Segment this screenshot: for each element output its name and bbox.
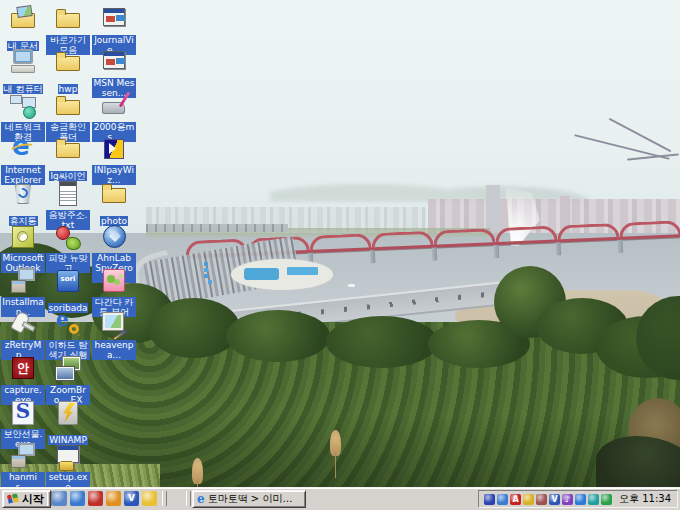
internet-explorer-icon: e xyxy=(197,493,205,505)
search-icon[interactable] xyxy=(106,491,121,506)
screen: 내 문서바로가기모음JournalVie...내 컴퓨터hwpMSN Messe… xyxy=(0,0,680,510)
desktop[interactable]: 내 문서바로가기모음JournalVie...내 컴퓨터hwpMSN Messe… xyxy=(0,0,680,488)
recycle-icon xyxy=(8,179,38,209)
desktop-icon-label: hanmir.... xyxy=(1,472,45,488)
glove-icon xyxy=(8,309,38,339)
computer-icon xyxy=(8,47,38,77)
sblue-icon xyxy=(8,398,38,428)
outlook-icon xyxy=(8,222,38,252)
setup-icon xyxy=(53,441,83,471)
ime-indicator-icon[interactable] xyxy=(484,494,495,505)
folder-icon xyxy=(53,47,83,77)
folder-icon xyxy=(53,4,83,34)
device-icon xyxy=(99,91,129,121)
soribada-tray-icon[interactable]: V xyxy=(549,494,560,505)
start-button[interactable]: 시작 xyxy=(2,490,51,508)
game-icon xyxy=(53,222,83,252)
installer-icon xyxy=(8,266,38,296)
show-desktop-icon[interactable] xyxy=(52,491,67,506)
paint-icon xyxy=(99,309,129,339)
taskbar-window-button[interactable]: e 토마토떡 > 이미지방 1... xyxy=(192,490,306,508)
display-settings-icon[interactable] xyxy=(536,494,547,505)
outlook-express-icon[interactable] xyxy=(70,491,85,506)
window-icon xyxy=(99,4,129,34)
network-status-icon[interactable] xyxy=(497,494,508,505)
folder-icon xyxy=(53,134,83,164)
desktop-icon-label: heavenpa... xyxy=(92,340,136,360)
ie-icon xyxy=(8,134,38,164)
ahn-icon xyxy=(8,354,38,384)
desktop-icon[interactable]: lg싸이언 xyxy=(46,134,90,183)
messenger-icon[interactable] xyxy=(142,491,157,506)
volume-icon[interactable] xyxy=(523,494,534,505)
v3-antivirus-icon[interactable]: A xyxy=(510,494,521,505)
desktop-icon[interactable]: 휴지통 xyxy=(1,179,45,228)
soribada-icon xyxy=(53,266,83,296)
ehard-icon xyxy=(53,309,83,339)
windows-flag-icon xyxy=(6,493,19,505)
desktop-icon-grid: 내 문서바로가기모음JournalVie...내 컴퓨터hwpMSN Messe… xyxy=(0,0,680,488)
spyzero-icon xyxy=(99,222,129,252)
network-icon xyxy=(8,91,38,121)
window-icon xyxy=(99,47,129,77)
desktop-icon[interactable]: 내 컴퓨터 xyxy=(1,47,45,96)
messenger-tray-icon[interactable] xyxy=(601,494,612,505)
window-button-label: 토마토떡 > 이미지방 1... xyxy=(208,492,301,506)
tray-icon-group: AV♪ xyxy=(484,494,612,505)
desktop-icon[interactable]: setup.exe xyxy=(46,441,90,488)
taskbar-clock[interactable]: 오후 11:34 xyxy=(619,492,671,506)
quick-launch-bar: V xyxy=(52,491,157,506)
music-icon[interactable]: ♪ xyxy=(562,494,573,505)
desktop-icon[interactable]: WINAMP xyxy=(46,398,90,447)
cartoon-icon xyxy=(99,266,129,296)
soribada-icon[interactable]: V xyxy=(124,491,139,506)
desktop-icon[interactable]: hwp xyxy=(46,47,90,96)
inipay-icon xyxy=(99,134,129,164)
taskbar-divider[interactable] xyxy=(186,491,191,506)
taskbar-divider[interactable] xyxy=(162,491,167,506)
textfile-icon xyxy=(53,179,83,209)
folder-icon xyxy=(53,91,83,121)
system-tray: AV♪ 오후 11:34 xyxy=(478,490,678,508)
folder-image-icon xyxy=(8,4,38,34)
photos-icon xyxy=(53,354,83,384)
start-button-label: 시작 xyxy=(22,492,44,507)
taskbar: 시작 V e 토마토떡 > 이미지방 1... AV♪ 오후 11:34 xyxy=(0,487,680,510)
folder-icon xyxy=(99,179,129,209)
desktop-icon[interactable]: hanmir.... xyxy=(1,441,45,488)
desktop-icon-label: setup.exe xyxy=(46,472,90,488)
desktop-icon[interactable]: photo xyxy=(92,179,136,228)
utility-icon[interactable] xyxy=(588,494,599,505)
desktop-icon[interactable]: 내 문서 xyxy=(1,4,45,53)
winamp-icon xyxy=(53,398,83,428)
media-player-icon[interactable] xyxy=(88,491,103,506)
desktop-icon[interactable]: heavenpa... xyxy=(92,309,136,362)
installer-icon xyxy=(8,441,38,471)
internet-globe-icon[interactable] xyxy=(575,494,586,505)
